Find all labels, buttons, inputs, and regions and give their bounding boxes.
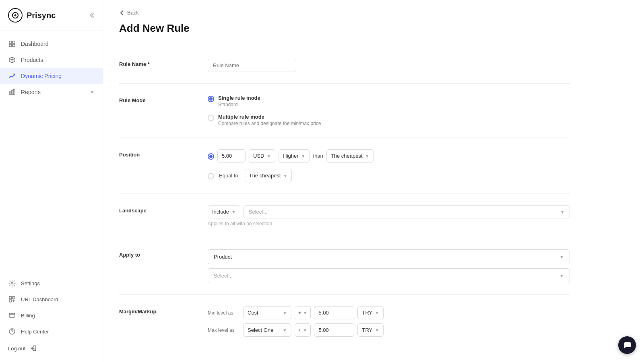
landscape-placeholder: Select... [249, 209, 268, 215]
min-op-select[interactable]: + ▼ [295, 306, 311, 319]
gear-icon [8, 279, 16, 287]
min-currency-select[interactable]: TRY ▼ [357, 306, 384, 319]
sidebar-item-dynamic-pricing[interactable]: Dynamic Pricing [0, 68, 103, 84]
min-op-label: + [298, 310, 301, 316]
direction-chevron-icon: ▼ [301, 154, 305, 158]
comparator-chevron-icon: ▼ [365, 154, 369, 158]
landscape-row: Include ▼ Select... ▼ [208, 205, 570, 218]
equal-to-value: The cheapest [249, 173, 281, 179]
svg-rect-2 [9, 41, 12, 43]
max-currency-value: TRY [362, 327, 372, 333]
sidebar-item-dashboard[interactable]: Dashboard [0, 36, 103, 52]
page-title: Add New Rule [119, 22, 570, 35]
sidebar-nav: Dashboard Products Dynamic Pricing [0, 31, 103, 270]
radio-multiple-circle [208, 115, 214, 121]
apply-to-product-label: Product [214, 254, 232, 260]
rule-mode-multiple[interactable]: Multiple rule mode Compare rules and des… [208, 114, 570, 126]
max-currency-chevron-icon: ▼ [375, 328, 379, 333]
svg-rect-12 [9, 300, 12, 302]
direction-select[interactable]: Higher ▼ [279, 149, 310, 162]
min-value-input[interactable] [314, 306, 354, 319]
bar-chart-icon [8, 88, 16, 96]
sidebar-item-help-center-label: Help Center [21, 329, 49, 335]
box-icon [8, 56, 16, 64]
rule-mode-multiple-desc: Compare rules and designate the min/max … [218, 121, 321, 126]
position-row-1: USD ▼ Higher ▼ than The cheapest ▼ [208, 149, 570, 162]
apply-to-dropdown-1[interactable]: Product ▼ [208, 249, 570, 264]
apply-to-label: Apply to [119, 249, 192, 283]
position-radio-2[interactable] [208, 173, 214, 179]
position-label: Position [119, 149, 192, 182]
apply-to-dropdown-2[interactable]: Select... ▼ [208, 268, 570, 283]
include-select[interactable]: Include ▼ [208, 205, 240, 218]
sidebar-bottom: Settings URL Dashboard [0, 270, 103, 362]
position-radio-1[interactable] [208, 153, 214, 160]
max-op-select[interactable]: + ▼ [295, 323, 311, 337]
rule-mode-single[interactable]: Single rule mode Standard [208, 95, 570, 107]
sidebar-header: Prisync [0, 0, 103, 31]
back-label: Back [127, 10, 139, 16]
sidebar-item-help-center[interactable]: Help Center [0, 323, 103, 339]
sidebar-item-reports-label: Reports [21, 89, 41, 95]
radio-single-circle [208, 96, 214, 102]
sidebar-item-settings[interactable]: Settings [0, 275, 103, 291]
sidebar-item-reports[interactable]: Reports ▼ [0, 84, 103, 100]
card-icon [8, 311, 16, 319]
max-currency-select[interactable]: TRY ▼ [357, 323, 384, 337]
sidebar: Prisync Dashboard [0, 0, 103, 362]
svg-rect-10 [9, 296, 12, 299]
rule-name-input[interactable] [208, 59, 296, 72]
currency-select[interactable]: USD ▼ [249, 149, 275, 162]
svg-rect-5 [12, 44, 15, 47]
landscape-select-wide[interactable]: Select... ▼ [244, 205, 570, 218]
svg-rect-8 [13, 89, 15, 95]
min-level-select[interactable]: Cost ▼ [243, 306, 291, 319]
back-button[interactable]: Back [119, 10, 139, 16]
sidebar-collapse-button[interactable] [88, 12, 95, 19]
sidebar-item-url-dashboard[interactable]: URL Dashboard [0, 291, 103, 307]
max-op-label: + [298, 327, 301, 333]
include-chevron-icon: ▼ [231, 210, 236, 214]
logout-icon [30, 345, 37, 352]
sidebar-item-billing[interactable]: Billing [0, 307, 103, 323]
logout-item[interactable]: Log out [0, 339, 103, 357]
equal-to-select[interactable]: The cheapest ▼ [245, 169, 292, 182]
max-level-chevron-icon: ▼ [283, 328, 287, 333]
logo-icon [8, 8, 23, 23]
than-text: than [313, 153, 323, 159]
rule-name-section: Rule Name * [119, 47, 570, 84]
sidebar-item-products[interactable]: Products [0, 52, 103, 68]
sidebar-item-url-dashboard-label: URL Dashboard [21, 296, 58, 302]
position-value-input[interactable] [217, 149, 246, 162]
svg-rect-6 [9, 92, 11, 95]
apply-to-chevron-1-icon: ▼ [559, 255, 564, 259]
svg-rect-11 [12, 296, 15, 299]
rule-mode-radio-group: Single rule mode Standard Multiple rule … [208, 95, 570, 126]
sidebar-item-products-label: Products [21, 57, 43, 63]
trending-icon [8, 72, 16, 80]
landscape-section: Landscape Include ▼ Select... ▼ Applies … [119, 194, 570, 238]
apply-to-select-label: Select... [214, 273, 233, 279]
currency-value: USD [253, 153, 264, 159]
landscape-label: Landscape [119, 205, 192, 226]
chevron-down-icon: ▼ [90, 89, 95, 95]
min-currency-chevron-icon: ▼ [375, 311, 379, 315]
max-level-label: Max level as [208, 327, 240, 333]
apply-to-section: Apply to Product ▼ Select... ▼ [119, 238, 570, 295]
grid-icon [8, 40, 16, 48]
comparator-select[interactable]: The cheapest ▼ [326, 149, 374, 162]
max-level-select[interactable]: Select One ▼ [243, 323, 291, 337]
svg-rect-15 [9, 313, 15, 317]
apply-to-chevron-2-icon: ▼ [559, 274, 564, 278]
direction-value: Higher [283, 153, 298, 159]
svg-rect-4 [9, 44, 12, 47]
logout-label: Log out [8, 346, 25, 352]
svg-rect-7 [11, 90, 13, 95]
svg-point-1 [14, 14, 17, 16]
equal-to-label: Equal to [219, 173, 238, 179]
sidebar-item-billing-label: Billing [21, 313, 35, 319]
max-value-input[interactable] [314, 323, 354, 337]
svg-rect-3 [12, 41, 15, 43]
chat-button[interactable] [618, 336, 636, 354]
comparator-value: The cheapest [331, 153, 363, 159]
